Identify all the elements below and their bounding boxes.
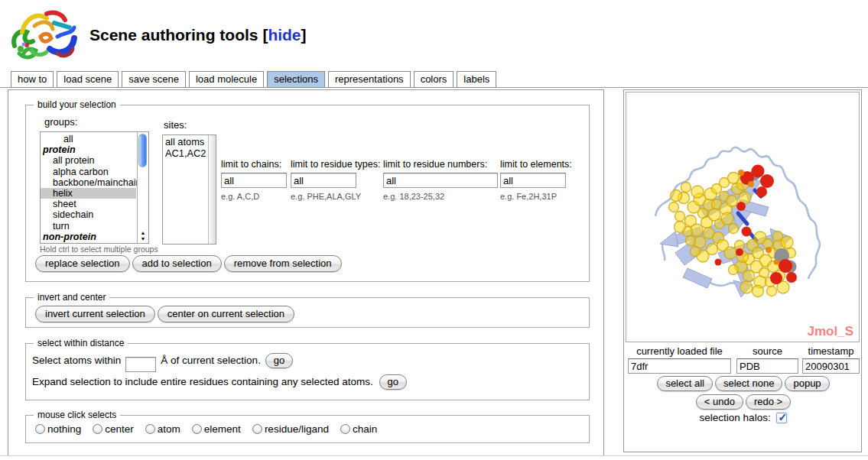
groups-scrollbar[interactable]: ▲▼ — [137, 132, 148, 243]
remove-from-selection-button[interactable]: remove from selection — [224, 255, 342, 272]
group-item-backbone-mainchain[interactable]: backbone/mainchain — [41, 177, 136, 188]
loaded-field-source: source — [736, 345, 798, 374]
group-item-protein[interactable]: protein — [41, 144, 136, 155]
limit-example: e.g. Fe,2H,31P — [500, 192, 572, 201]
popup-button[interactable]: popup — [785, 376, 829, 391]
site-item-all-atoms[interactable]: all atoms — [163, 137, 207, 148]
molecule-render — [626, 92, 859, 342]
limit-label: limit to residue numbers: — [383, 159, 498, 170]
sites-label: sites: — [164, 119, 187, 131]
jmol-watermark: Jmol_S — [808, 324, 853, 339]
tab-selections[interactable]: selections — [267, 71, 325, 88]
radio-icon[interactable] — [145, 424, 155, 434]
radio-icon[interactable] — [192, 424, 202, 434]
loaded-field-input-currently-loaded-file[interactable] — [628, 358, 731, 374]
within-suffix: Å of current selection. — [161, 355, 261, 366]
center-on-current-selection-button[interactable]: center on current selection — [158, 306, 294, 322]
select-none-button[interactable]: select none — [715, 376, 783, 391]
limit-label: limit to chains: — [221, 159, 287, 170]
limit-input-limit-to-chains[interactable] — [221, 173, 287, 188]
within-distance-line1: Select atoms withinÅ of current selectio… — [32, 353, 293, 372]
limit-example: e.g. PHE,ALA,GLY — [291, 192, 380, 201]
limit-input-limit-to-residue-types[interactable] — [291, 173, 356, 188]
hide-link[interactable]: hide — [268, 26, 301, 44]
tab-load-molecule[interactable]: load molecule — [189, 71, 264, 88]
groups-label: groups: — [44, 116, 77, 128]
site-item-ac1-ac2[interactable]: AC1,AC2 — [163, 148, 207, 160]
radio-icon[interactable] — [252, 424, 262, 434]
within-go-button[interactable]: go — [265, 353, 293, 368]
replace-selection-button[interactable]: replace selection — [35, 255, 130, 272]
header: Scene authoring tools [hide] — [4, 4, 307, 66]
build-selection-fieldset: build your selection groups: allproteina… — [25, 105, 590, 282]
limit-example: e.g. A,C,D — [221, 192, 287, 201]
mouse-click-fieldset: mouse click selects nothingcenteratomele… — [25, 415, 590, 443]
scene-authoring-tools-page: Scene authoring tools [hide] how toload … — [0, 0, 868, 460]
sites-listbox[interactable]: all atomsAC1,AC2 — [162, 134, 216, 245]
loaded-field-header: currently loaded file — [628, 345, 731, 357]
page-title: Scene authoring tools [hide] — [89, 26, 307, 44]
scrollbar-arrows[interactable]: ▲▼ — [138, 230, 148, 242]
build-selection-legend: build your selection — [34, 99, 120, 110]
limit-column-limit-to-elements: limit to elements:e.g. Fe,2H,31P — [500, 159, 572, 201]
group-item-alpha-carbon[interactable]: alpha carbon — [41, 167, 136, 177]
tab-how-to[interactable]: how to — [11, 71, 54, 88]
radio-icon[interactable] — [93, 424, 102, 434]
invert-current-selection-button[interactable]: invert current selection — [35, 306, 155, 322]
group-item-sheet[interactable]: sheet — [41, 199, 136, 209]
selection-halos-checkbox[interactable] — [776, 413, 787, 423]
undo-button[interactable]: < undo — [696, 394, 743, 410]
limit-column-limit-to-residue-types: limit to residue types:e.g. PHE,ALA,GLY — [291, 159, 380, 201]
group-item-helix[interactable]: helix — [41, 188, 136, 199]
radio-option-chain[interactable]: chain — [340, 423, 377, 435]
protein-ribbon-logo — [4, 6, 80, 65]
invert-center-fieldset: invert and center invert current selecti… — [25, 297, 590, 328]
distance-input[interactable] — [125, 357, 156, 372]
within-prefix: Select atoms within — [32, 355, 121, 366]
redo-button[interactable]: redo > — [746, 394, 791, 410]
tab-representations[interactable]: representations — [328, 71, 411, 88]
loaded-field-header: source — [736, 345, 798, 357]
jmol-viewer[interactable]: Jmol_S — [626, 92, 860, 342]
add-to-selection-button[interactable]: add to selection — [132, 255, 222, 272]
radio-option-residue-ligand[interactable]: residue/ligand — [252, 423, 329, 435]
limit-input-limit-to-residue-numbers[interactable] — [383, 173, 498, 188]
tab-load-scene[interactable]: load scene — [57, 71, 119, 88]
select-all-button[interactable]: select all — [657, 376, 713, 391]
radio-option-atom[interactable]: atom — [145, 423, 180, 435]
tab-labels[interactable]: labels — [457, 71, 496, 88]
group-item-non-protein[interactable]: non-protein — [41, 232, 136, 242]
radio-option-center[interactable]: center — [93, 423, 134, 435]
radio-icon[interactable] — [35, 424, 45, 434]
limit-column-limit-to-residue-numbers: limit to residue numbers:e.g. 18,23-25,3… — [383, 159, 498, 201]
group-item-all[interactable]: all — [41, 134, 136, 144]
invert-center-legend: invert and center — [34, 292, 109, 303]
radio-option-nothing[interactable]: nothing — [35, 423, 81, 435]
title-text: Scene authoring tools — [89, 26, 258, 44]
selection-halos-row: selection halos: — [624, 412, 863, 423]
invert-center-buttons: invert current selectioncenter on curren… — [35, 306, 294, 322]
scrollbar-thumb[interactable] — [138, 134, 147, 167]
loaded-field-header: timestamp — [802, 345, 860, 357]
expand-go-button[interactable]: go — [379, 374, 407, 390]
groups-listbox[interactable]: allproteinall proteinalpha carbonbackbon… — [40, 131, 149, 244]
loaded-field-timestamp: timestamp — [802, 345, 860, 374]
radio-option-element[interactable]: element — [192, 423, 241, 435]
mouse-click-legend: mouse click selects — [34, 410, 120, 420]
group-item-turn[interactable]: turn — [41, 221, 136, 232]
within-distance-line2: Expand selection to include entire resid… — [32, 374, 407, 390]
loaded-field-input-source[interactable] — [736, 358, 798, 374]
sites-scrollbar[interactable] — [208, 135, 216, 244]
limit-column-limit-to-chains: limit to chains:e.g. A,C,D — [221, 159, 287, 201]
tab-colors[interactable]: colors — [414, 71, 454, 88]
expand-text: Expand selection to include entire resid… — [32, 376, 373, 387]
mouse-click-options: nothingcenteratomelementresidue/ligandch… — [35, 423, 388, 435]
loaded-field-input-timestamp[interactable] — [802, 358, 860, 374]
selection-buttons-row: select allselect nonepopup — [624, 376, 863, 391]
limit-input-limit-to-elements[interactable] — [500, 173, 566, 188]
tab-bar: how toload scenesave sceneload molecules… — [0, 71, 868, 88]
group-item-all-protein[interactable]: all protein — [41, 155, 136, 166]
radio-icon[interactable] — [340, 424, 350, 434]
group-item-sidechain[interactable]: sidechain — [41, 209, 136, 220]
tab-save-scene[interactable]: save scene — [122, 71, 186, 88]
